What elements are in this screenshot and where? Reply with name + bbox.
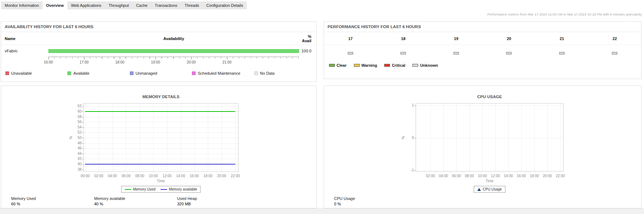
status-cell-hour-21 <box>535 52 588 54</box>
gridline-vertical <box>482 104 483 171</box>
tab-cache[interactable]: Cache <box>132 1 151 9</box>
unknown-status-icon[interactable] <box>454 52 459 54</box>
axis-tick-label: 17:00 <box>79 60 88 64</box>
y-tick-label: 40 <box>69 162 82 166</box>
chart-legend-row: Memory UsedMemory available <box>83 186 238 193</box>
cpu-usage-panel: CPU USAGE-10102:0004:0006:0008:0010:0012… <box>324 86 641 209</box>
y-tick-mark <box>414 170 416 171</box>
y-tick-mark <box>82 154 83 154</box>
unknown-status-icon[interactable] <box>559 52 565 54</box>
gridline-vertical <box>194 104 195 171</box>
gridline-vertical <box>85 104 86 171</box>
y-axis-label: % <box>401 136 405 139</box>
axis-tick-label: 16:00 <box>44 60 53 64</box>
tab-overview[interactable]: Overview <box>43 1 67 9</box>
gridline-horizontal <box>416 105 563 106</box>
unknown-status-icon[interactable] <box>400 52 406 54</box>
x-tick-label: 18:00 <box>530 174 539 178</box>
metrics-granularity-note: Performance metrics from Mar 17,2024 12:… <box>487 12 642 16</box>
metric-used-heap: Used Heap320 MB <box>177 196 260 206</box>
gridline-vertical <box>560 104 561 171</box>
x-tick-label: 22:00 <box>231 174 240 178</box>
axis-tick-label: 19:00 <box>151 60 160 64</box>
tab-monitor-information[interactable]: Monitor Information <box>1 1 43 9</box>
y-tick-mark <box>414 138 416 138</box>
x-tick-label: 12:00 <box>491 174 500 178</box>
gridline-vertical <box>181 104 181 171</box>
gridline-vertical <box>99 104 99 171</box>
legend-label: Unmanaged <box>136 71 157 75</box>
performance-history-panel: PERFORMANCE HISTORY FOR LAST 6 HOURS 171… <box>324 21 641 79</box>
metric-value: 0 % <box>334 202 417 206</box>
axis-hour-tick <box>84 57 84 60</box>
status-cell-hour-18 <box>377 52 430 54</box>
y-tick-mark <box>82 143 83 144</box>
chart-plot-area: -10102:0004:0006:0008:0010:0012:0014:001… <box>416 103 564 172</box>
y-tick-mark <box>82 117 83 117</box>
y-tick-mark <box>82 138 83 138</box>
monitor-name-link[interactable]: vFabric <box>1 49 48 53</box>
legend-item-unknown: Unknown <box>412 63 438 67</box>
tab-configuration-details[interactable]: Configuration Details <box>203 1 247 9</box>
legend-label: Unknown <box>420 63 438 67</box>
y-tick-mark <box>82 132 83 133</box>
gridline-vertical <box>456 104 457 171</box>
y-tick-mark <box>82 164 83 165</box>
x-tick-label: 02:00 <box>94 174 103 178</box>
tab-transactions[interactable]: Transactions <box>151 1 181 9</box>
gridline-horizontal <box>84 148 238 149</box>
legend-label: Memory available <box>169 187 197 191</box>
tab-web-applications[interactable]: Web Applications <box>67 1 105 9</box>
tab-throughput[interactable]: Throughput <box>105 1 132 9</box>
x-tick-label: 18:00 <box>203 174 213 178</box>
x-tick-label: 20:00 <box>543 174 552 178</box>
y-tick-label: 46 <box>69 146 82 150</box>
gridline-vertical <box>547 104 548 171</box>
tab-threads[interactable]: Threads <box>181 1 203 9</box>
no-data-swatch-icon <box>254 71 258 75</box>
availability-table-header: Name Availability % Avail <box>1 32 316 45</box>
x-tick-label: 16:00 <box>190 174 199 178</box>
y-tick-mark <box>82 148 83 149</box>
x-tick-label: 08:00 <box>135 174 144 178</box>
y-tick-label: 54 <box>69 125 82 129</box>
gridline-horizontal <box>84 159 238 159</box>
y-tick-label: -1 <box>402 168 414 172</box>
legend-item-clear: Clear <box>329 63 347 67</box>
footer-band <box>0 209 644 214</box>
availability-bar[interactable] <box>48 49 299 53</box>
y-tick-mark <box>82 112 83 112</box>
x-tick-label: 10:00 <box>149 174 158 178</box>
y-axis-label: % <box>69 136 73 139</box>
gridline-horizontal <box>84 170 238 170</box>
warning-swatch-icon <box>354 64 360 67</box>
chart-legend: CPU Usage <box>474 186 505 193</box>
y-tick-mark <box>82 170 83 170</box>
legend-label: Available <box>73 71 89 75</box>
legend-item-cpu-usage: CPU Usage <box>477 187 502 191</box>
cpu-usage-chart: CPU USAGE-10102:0004:0006:0008:0010:0012… <box>399 95 572 193</box>
y-tick-label: 56 <box>69 120 82 124</box>
gridline-horizontal <box>84 127 238 128</box>
status-cell-hour-17 <box>324 52 377 54</box>
axis-hour-tick <box>120 57 120 60</box>
chart-title: CPU USAGE <box>416 95 564 99</box>
unknown-status-icon[interactable] <box>348 52 353 54</box>
unknown-status-icon[interactable] <box>612 52 617 54</box>
gridline-vertical <box>113 104 113 171</box>
legend-item-unavailable: Unavailable <box>5 71 67 75</box>
x-tick-label: 06:00 <box>122 174 131 178</box>
gridline-horizontal <box>84 154 238 154</box>
y-tick-label: 58 <box>69 115 82 119</box>
memory-details-panel: MEMORY DETAILS38404244464850525456586062… <box>1 86 317 209</box>
metric-label: Memory Used <box>11 196 94 201</box>
gridline-vertical <box>495 104 496 171</box>
chart-plot-area: 3840424446485052545658606200:0002:0004:0… <box>83 103 238 172</box>
axis-tick-label: 20:00 <box>187 60 196 64</box>
gridline-vertical <box>508 104 509 171</box>
available-swatch-icon <box>67 71 71 75</box>
x-tick-label: 10:00 <box>478 174 487 178</box>
legend-label: No Data <box>260 71 275 75</box>
metric-memory-used: Memory Used60 % <box>11 196 94 206</box>
unknown-status-icon[interactable] <box>506 52 512 54</box>
